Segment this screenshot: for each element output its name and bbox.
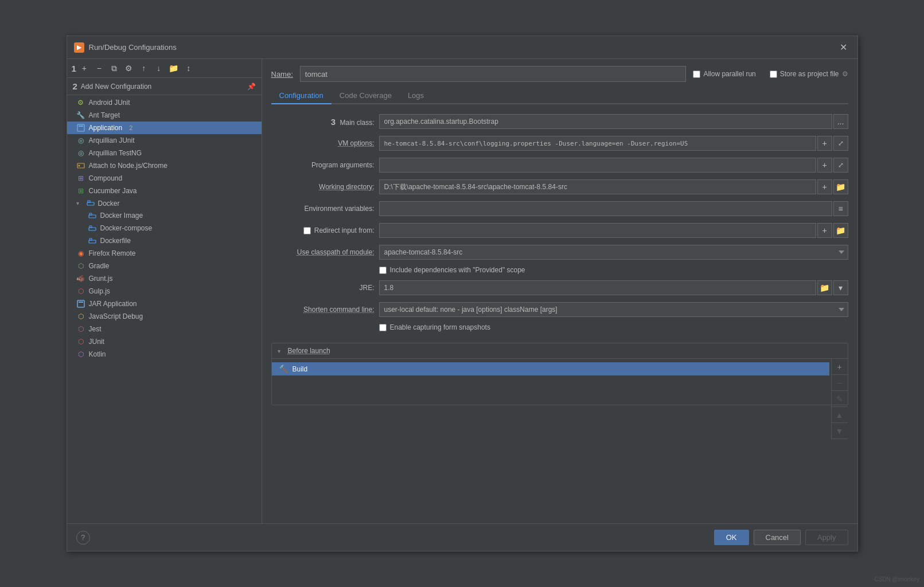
tree-item-android-junit[interactable]: ⚙ Android JUnit [67,96,262,109]
svg-rect-6 [89,215,96,218]
allow-parallel-checkbox[interactable] [693,71,700,78]
grunt-js-label: Grunt.js [89,275,113,283]
redirect-input-add-button[interactable]: + [817,223,832,238]
folder-button[interactable]: 📁 [167,61,181,75]
svg-rect-4 [87,202,94,205]
pin-button[interactable]: 📌 [247,83,256,91]
vm-options-add-button[interactable]: + [817,136,832,151]
tree-item-js-debug[interactable]: ⬡ JavaScript Debug [67,310,262,323]
gradle-label: Gradle [89,262,110,270]
main-class-label: 3 Main class: [271,117,375,127]
close-button[interactable]: ✕ [836,41,851,54]
store-gear-icon[interactable]: ⚙ [842,70,848,78]
svg-rect-13 [79,302,83,303]
launch-edit-button[interactable]: ✎ [832,391,848,407]
cucumber-java-icon: ⊞ [76,186,85,195]
launch-scroll-down-button[interactable]: ▼ [832,423,848,439]
tree-item-compound[interactable]: ⊞ Compound [67,172,262,185]
config-tree-list: ⚙ Android JUnit 🔧 Ant Target Application… [67,95,262,523]
enable-capturing-checkbox[interactable] [379,324,387,331]
launch-scroll-up-button[interactable]: ▲ [832,407,848,423]
add-new-config-label: Add New Configuration [81,83,244,91]
main-class-browse-button[interactable]: ... [833,114,848,129]
copy-config-button[interactable]: ⧉ [107,61,121,75]
env-variables-input[interactable] [379,201,832,216]
jre-dropdown-button[interactable]: ▾ [833,280,848,295]
enable-capturing-label: Enable capturing form snapshots [390,323,490,331]
redirect-input-field[interactable] [379,223,816,238]
tree-item-application[interactable]: Application 2 [67,122,262,134]
launch-item-build[interactable]: 🔨 Build [272,362,829,375]
dockerfile-icon [88,236,97,245]
apply-button[interactable]: Apply [805,530,848,545]
before-launch-header[interactable]: ▾ Before launch [272,343,848,359]
tab-configuration[interactable]: Configuration [271,88,332,104]
shorten-command-select[interactable]: user-local default: none - java [options… [379,302,848,317]
tab-logs[interactable]: Logs [400,88,432,104]
vm-options-input[interactable] [379,136,816,151]
store-project-checkbox[interactable] [770,71,777,78]
right-panel: Name: Allow parallel run Store as projec… [262,59,857,523]
vm-options-expand-button[interactable]: ⤢ [833,136,848,151]
redirect-input-label: Redirect input from: [314,226,375,234]
working-directory-add-button[interactable]: + [817,179,832,194]
attach-nodejs-label: Attach to Node.js/Chrome [89,162,167,170]
svg-rect-7 [89,213,92,215]
launch-remove-button[interactable]: − [832,375,848,391]
add-config-button[interactable]: + [77,61,91,75]
gulp-js-label: Gulp.js [89,287,110,295]
store-project-label: Store as project file [780,70,839,78]
working-directory-input[interactable] [379,179,816,194]
tree-item-ant-target[interactable]: 🔧 Ant Target [67,109,262,122]
svg-rect-1 [79,126,83,127]
tree-item-cucumber-java[interactable]: ⊞ Cucumber Java [67,185,262,197]
jre-label: JRE: [271,284,375,292]
tree-item-gulp-js[interactable]: ⬡ Gulp.js [67,285,262,298]
tree-item-grunt-js[interactable]: 🐗 Grunt.js [67,272,262,285]
svg-rect-5 [88,201,90,202]
tree-item-arquillian-junit[interactable]: ◎ Arquillian JUnit [67,134,262,147]
redirect-input-checkbox[interactable] [303,227,311,234]
jre-input[interactable] [379,280,816,295]
tree-item-docker-compose[interactable]: Docker-compose [67,222,262,234]
program-arguments-input[interactable] [379,158,816,173]
remove-config-button[interactable]: − [92,61,106,75]
shorten-command-select-group: user-local default: none - java [options… [379,302,848,317]
launch-add-button[interactable]: + [832,359,848,375]
tree-item-firefox-remote[interactable]: ◉ Firefox Remote [67,247,262,260]
program-arguments-add-button[interactable]: + [817,158,832,173]
tree-item-gradle[interactable]: ⬡ Gradle [67,260,262,272]
redirect-input-group: + 📁 [379,223,848,238]
cancel-button[interactable]: Cancel [754,530,801,545]
program-arguments-expand-button[interactable]: ⤢ [833,158,848,173]
move-up-button[interactable]: ↑ [137,61,151,75]
settings-config-button[interactable]: ⚙ [122,61,136,75]
redirect-input-browse-button[interactable]: 📁 [833,223,848,238]
parallel-row: Allow parallel run Store as project file… [693,70,848,78]
main-class-input[interactable] [379,114,832,129]
tree-item-arquillian-testng[interactable]: ◎ Arquillian TestNG [67,147,262,159]
dockerfile-label: Dockerfile [100,237,131,245]
sort-button[interactable]: ↕ [182,61,196,75]
tab-code-coverage[interactable]: Code Coverage [332,88,400,104]
tree-item-docker[interactable]: ▾ Docker [67,197,262,209]
working-directory-row: Working directory: + 📁 [271,179,848,195]
name-input[interactable] [300,66,687,82]
tree-item-jar-application[interactable]: JAR Application [67,298,262,310]
env-variables-row: Environment variables: ≡ [271,201,848,217]
tree-item-jest[interactable]: ⬡ Jest [67,323,262,335]
working-directory-browse-button[interactable]: 📁 [833,179,848,194]
env-variables-list-button[interactable]: ≡ [833,201,848,216]
tree-item-junit[interactable]: ⬡ JUnit [67,335,262,348]
move-down-button[interactable]: ↓ [152,61,166,75]
include-dependencies-checkbox[interactable] [379,267,387,274]
jre-browse-button[interactable]: 📁 [817,280,832,295]
tree-item-kotlin[interactable]: ⬡ Kotlin [67,348,262,361]
help-button[interactable]: ? [76,531,90,545]
tree-item-docker-image[interactable]: Docker Image [67,209,262,222]
tree-item-attach-nodejs[interactable]: Attach to Node.js/Chrome [67,159,262,172]
tree-item-dockerfile[interactable]: Dockerfile [67,234,262,247]
ok-button[interactable]: OK [714,530,749,545]
before-launch-title: Before launch [288,347,330,355]
classpath-select[interactable]: apache-tomcat-8.5.84-src [379,245,848,260]
